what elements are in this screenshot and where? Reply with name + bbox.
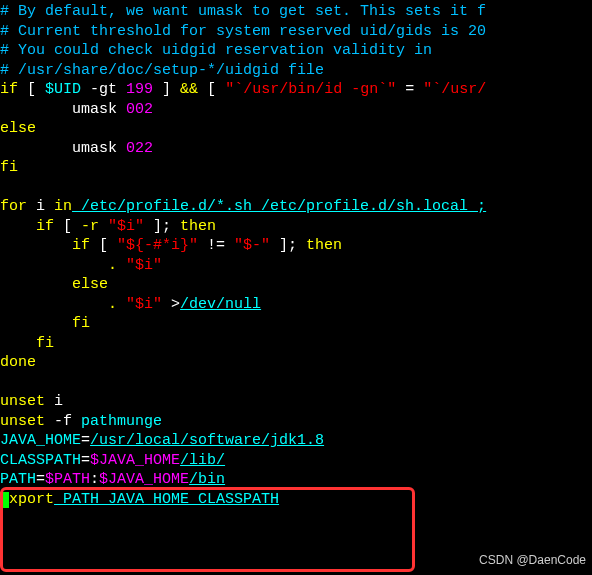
code-line: PATH=$PATH:$JAVA_HOME/bin xyxy=(0,470,592,490)
code-line: if [ "${-#*i}" != "$-" ]; then xyxy=(0,236,592,256)
code-line: . "$i" xyxy=(0,256,592,276)
code-line: fi xyxy=(0,158,592,178)
comment-line: # By default, we want umask to get set. … xyxy=(0,2,592,22)
comment-line: # Current threshold for system reserved … xyxy=(0,22,592,42)
code-line: for i in /etc/profile.d/*.sh /etc/profil… xyxy=(0,197,592,217)
code-line: fi xyxy=(0,314,592,334)
code-line: umask 022 xyxy=(0,139,592,159)
code-line: xport PATH JAVA_HOME CLASSPATH xyxy=(0,490,592,510)
code-line: unset -f pathmunge xyxy=(0,412,592,432)
comment-line: # You could check uidgid reservation val… xyxy=(0,41,592,61)
code-line: JAVA_HOME=/usr/local/software/jdk1.8 xyxy=(0,431,592,451)
code-line: umask 002 xyxy=(0,100,592,120)
code-editor[interactable]: # By default, we want umask to get set. … xyxy=(0,2,592,509)
code-line: CLASSPATH=$JAVA_HOME/lib/ xyxy=(0,451,592,471)
code-line: . "$i" >/dev/null xyxy=(0,295,592,315)
cursor-icon xyxy=(0,492,9,508)
code-line: fi xyxy=(0,334,592,354)
code-line: unset i xyxy=(0,392,592,412)
code-line: done xyxy=(0,353,592,373)
code-line: if [ $UID -gt 199 ] && [ "`/usr/bin/id -… xyxy=(0,80,592,100)
watermark-text: CSDN @DaenCode xyxy=(479,553,586,569)
blank-line xyxy=(0,373,592,393)
code-line: else xyxy=(0,275,592,295)
comment-line: # /usr/share/doc/setup-*/uidgid file xyxy=(0,61,592,81)
code-line: else xyxy=(0,119,592,139)
blank-line xyxy=(0,178,592,198)
code-line: if [ -r "$i" ]; then xyxy=(0,217,592,237)
